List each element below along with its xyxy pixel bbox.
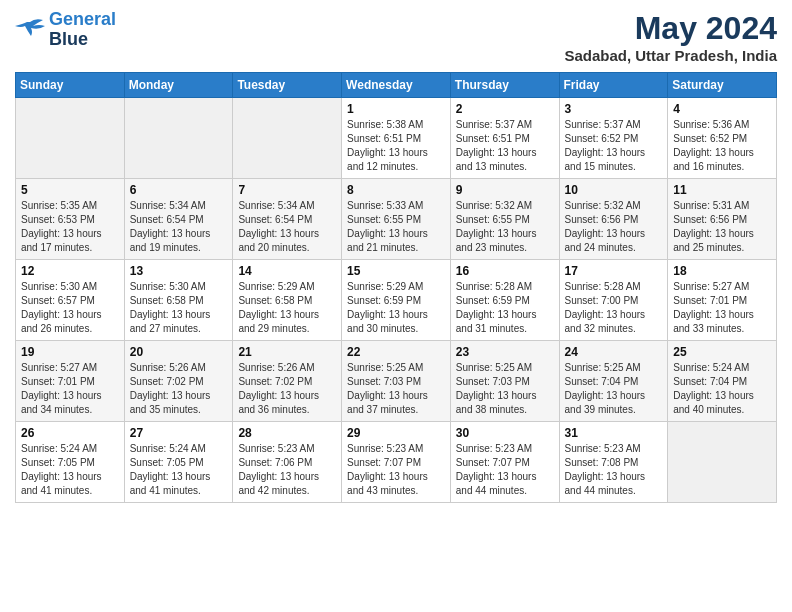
week-row-4: 19Sunrise: 5:27 AM Sunset: 7:01 PM Dayli… [16, 341, 777, 422]
day-number: 22 [347, 345, 445, 359]
day-number: 29 [347, 426, 445, 440]
calendar-cell: 21Sunrise: 5:26 AM Sunset: 7:02 PM Dayli… [233, 341, 342, 422]
day-number: 30 [456, 426, 554, 440]
day-number: 3 [565, 102, 663, 116]
day-number: 7 [238, 183, 336, 197]
calendar-cell: 1Sunrise: 5:38 AM Sunset: 6:51 PM Daylig… [342, 98, 451, 179]
title-block: May 2024 Sadabad, Uttar Pradesh, India [564, 10, 777, 64]
cell-info: Sunrise: 5:32 AM Sunset: 6:55 PM Dayligh… [456, 199, 554, 255]
week-row-1: 1Sunrise: 5:38 AM Sunset: 6:51 PM Daylig… [16, 98, 777, 179]
calendar-cell: 5Sunrise: 5:35 AM Sunset: 6:53 PM Daylig… [16, 179, 125, 260]
cell-info: Sunrise: 5:23 AM Sunset: 7:06 PM Dayligh… [238, 442, 336, 498]
calendar-cell: 7Sunrise: 5:34 AM Sunset: 6:54 PM Daylig… [233, 179, 342, 260]
calendar-cell: 29Sunrise: 5:23 AM Sunset: 7:07 PM Dayli… [342, 422, 451, 503]
cell-info: Sunrise: 5:38 AM Sunset: 6:51 PM Dayligh… [347, 118, 445, 174]
cell-info: Sunrise: 5:32 AM Sunset: 6:56 PM Dayligh… [565, 199, 663, 255]
calendar-cell: 16Sunrise: 5:28 AM Sunset: 6:59 PM Dayli… [450, 260, 559, 341]
calendar-cell: 8Sunrise: 5:33 AM Sunset: 6:55 PM Daylig… [342, 179, 451, 260]
cell-info: Sunrise: 5:36 AM Sunset: 6:52 PM Dayligh… [673, 118, 771, 174]
week-row-5: 26Sunrise: 5:24 AM Sunset: 7:05 PM Dayli… [16, 422, 777, 503]
calendar-cell: 20Sunrise: 5:26 AM Sunset: 7:02 PM Dayli… [124, 341, 233, 422]
calendar-cell: 13Sunrise: 5:30 AM Sunset: 6:58 PM Dayli… [124, 260, 233, 341]
calendar-cell: 3Sunrise: 5:37 AM Sunset: 6:52 PM Daylig… [559, 98, 668, 179]
col-header-monday: Monday [124, 73, 233, 98]
cell-info: Sunrise: 5:27 AM Sunset: 7:01 PM Dayligh… [673, 280, 771, 336]
day-number: 21 [238, 345, 336, 359]
calendar-table: SundayMondayTuesdayWednesdayThursdayFrid… [15, 72, 777, 503]
calendar-cell: 17Sunrise: 5:28 AM Sunset: 7:00 PM Dayli… [559, 260, 668, 341]
cell-info: Sunrise: 5:26 AM Sunset: 7:02 PM Dayligh… [238, 361, 336, 417]
day-number: 26 [21, 426, 119, 440]
cell-info: Sunrise: 5:24 AM Sunset: 7:04 PM Dayligh… [673, 361, 771, 417]
cell-info: Sunrise: 5:25 AM Sunset: 7:03 PM Dayligh… [347, 361, 445, 417]
day-number: 9 [456, 183, 554, 197]
calendar-cell: 27Sunrise: 5:24 AM Sunset: 7:05 PM Dayli… [124, 422, 233, 503]
calendar-cell: 15Sunrise: 5:29 AM Sunset: 6:59 PM Dayli… [342, 260, 451, 341]
cell-info: Sunrise: 5:33 AM Sunset: 6:55 PM Dayligh… [347, 199, 445, 255]
calendar-cell: 25Sunrise: 5:24 AM Sunset: 7:04 PM Dayli… [668, 341, 777, 422]
day-number: 13 [130, 264, 228, 278]
calendar-cell: 18Sunrise: 5:27 AM Sunset: 7:01 PM Dayli… [668, 260, 777, 341]
day-number: 8 [347, 183, 445, 197]
day-number: 24 [565, 345, 663, 359]
col-header-friday: Friday [559, 73, 668, 98]
calendar-cell [124, 98, 233, 179]
cell-info: Sunrise: 5:34 AM Sunset: 6:54 PM Dayligh… [238, 199, 336, 255]
cell-info: Sunrise: 5:31 AM Sunset: 6:56 PM Dayligh… [673, 199, 771, 255]
day-number: 23 [456, 345, 554, 359]
calendar-cell: 22Sunrise: 5:25 AM Sunset: 7:03 PM Dayli… [342, 341, 451, 422]
col-header-saturday: Saturday [668, 73, 777, 98]
cell-info: Sunrise: 5:29 AM Sunset: 6:59 PM Dayligh… [347, 280, 445, 336]
cell-info: Sunrise: 5:30 AM Sunset: 6:58 PM Dayligh… [130, 280, 228, 336]
page-header: GeneralBlue May 2024 Sadabad, Uttar Prad… [15, 10, 777, 64]
day-number: 6 [130, 183, 228, 197]
calendar-cell: 12Sunrise: 5:30 AM Sunset: 6:57 PM Dayli… [16, 260, 125, 341]
week-row-3: 12Sunrise: 5:30 AM Sunset: 6:57 PM Dayli… [16, 260, 777, 341]
day-number: 15 [347, 264, 445, 278]
col-header-sunday: Sunday [16, 73, 125, 98]
logo-icon [15, 18, 45, 42]
calendar-cell: 6Sunrise: 5:34 AM Sunset: 6:54 PM Daylig… [124, 179, 233, 260]
cell-info: Sunrise: 5:26 AM Sunset: 7:02 PM Dayligh… [130, 361, 228, 417]
calendar-cell: 10Sunrise: 5:32 AM Sunset: 6:56 PM Dayli… [559, 179, 668, 260]
calendar-cell: 9Sunrise: 5:32 AM Sunset: 6:55 PM Daylig… [450, 179, 559, 260]
calendar-cell [668, 422, 777, 503]
calendar-cell: 14Sunrise: 5:29 AM Sunset: 6:58 PM Dayli… [233, 260, 342, 341]
cell-info: Sunrise: 5:28 AM Sunset: 7:00 PM Dayligh… [565, 280, 663, 336]
month-year-title: May 2024 [564, 10, 777, 47]
cell-info: Sunrise: 5:28 AM Sunset: 6:59 PM Dayligh… [456, 280, 554, 336]
week-row-2: 5Sunrise: 5:35 AM Sunset: 6:53 PM Daylig… [16, 179, 777, 260]
calendar-cell: 19Sunrise: 5:27 AM Sunset: 7:01 PM Dayli… [16, 341, 125, 422]
calendar-cell: 24Sunrise: 5:25 AM Sunset: 7:04 PM Dayli… [559, 341, 668, 422]
cell-info: Sunrise: 5:29 AM Sunset: 6:58 PM Dayligh… [238, 280, 336, 336]
day-number: 5 [21, 183, 119, 197]
day-number: 25 [673, 345, 771, 359]
cell-info: Sunrise: 5:25 AM Sunset: 7:03 PM Dayligh… [456, 361, 554, 417]
day-number: 12 [21, 264, 119, 278]
calendar-cell: 2Sunrise: 5:37 AM Sunset: 6:51 PM Daylig… [450, 98, 559, 179]
calendar-cell: 28Sunrise: 5:23 AM Sunset: 7:06 PM Dayli… [233, 422, 342, 503]
calendar-cell: 26Sunrise: 5:24 AM Sunset: 7:05 PM Dayli… [16, 422, 125, 503]
calendar-cell: 31Sunrise: 5:23 AM Sunset: 7:08 PM Dayli… [559, 422, 668, 503]
calendar-header-row: SundayMondayTuesdayWednesdayThursdayFrid… [16, 73, 777, 98]
cell-info: Sunrise: 5:35 AM Sunset: 6:53 PM Dayligh… [21, 199, 119, 255]
day-number: 31 [565, 426, 663, 440]
cell-info: Sunrise: 5:23 AM Sunset: 7:07 PM Dayligh… [347, 442, 445, 498]
logo: GeneralBlue [15, 10, 116, 50]
day-number: 17 [565, 264, 663, 278]
calendar-cell: 23Sunrise: 5:25 AM Sunset: 7:03 PM Dayli… [450, 341, 559, 422]
location-subtitle: Sadabad, Uttar Pradesh, India [564, 47, 777, 64]
col-header-wednesday: Wednesday [342, 73, 451, 98]
cell-info: Sunrise: 5:34 AM Sunset: 6:54 PM Dayligh… [130, 199, 228, 255]
day-number: 10 [565, 183, 663, 197]
calendar-cell [16, 98, 125, 179]
cell-info: Sunrise: 5:27 AM Sunset: 7:01 PM Dayligh… [21, 361, 119, 417]
cell-info: Sunrise: 5:23 AM Sunset: 7:07 PM Dayligh… [456, 442, 554, 498]
cell-info: Sunrise: 5:37 AM Sunset: 6:51 PM Dayligh… [456, 118, 554, 174]
day-number: 2 [456, 102, 554, 116]
calendar-cell: 4Sunrise: 5:36 AM Sunset: 6:52 PM Daylig… [668, 98, 777, 179]
day-number: 16 [456, 264, 554, 278]
col-header-tuesday: Tuesday [233, 73, 342, 98]
day-number: 11 [673, 183, 771, 197]
col-header-thursday: Thursday [450, 73, 559, 98]
